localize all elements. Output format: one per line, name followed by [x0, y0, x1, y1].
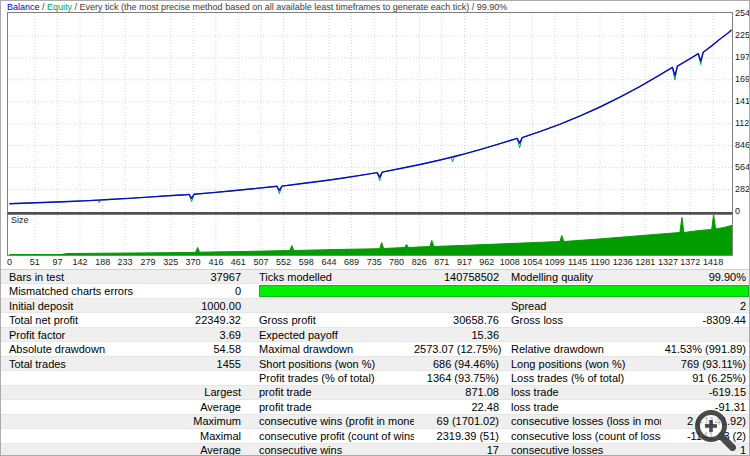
stat-label: Bars in test [1, 271, 166, 283]
stat-value: 1455 [166, 358, 241, 370]
x-axis-tick-label: 1236 [613, 257, 633, 267]
modelling-quality-bar [259, 285, 749, 297]
stat-value: Largest [166, 386, 241, 398]
lot-size-plot [8, 215, 732, 255]
size-axis-label: Size [11, 215, 29, 225]
y-axis-tick-label: 8469 [735, 141, 750, 150]
stat-label: consecutive wins (profit in money) [259, 415, 414, 427]
y-axis-tick-label: 2823 [735, 185, 750, 194]
stat-value: 54.58 [166, 343, 241, 355]
table-row: Averageprofit trade22.48loss trade-91.31 [1, 400, 750, 414]
stat-value: 2573.07 (12.75%) [414, 343, 499, 355]
x-axis-tick-label: 1145 [568, 257, 587, 267]
stat-label: consecutive losses [511, 444, 661, 456]
stat-label: profit trade [259, 401, 414, 413]
x-axis-tick-label: 233 [118, 257, 133, 267]
stat-value: 2 [661, 300, 750, 312]
y-axis-tick-label: 5646 [735, 163, 750, 172]
stat-value: 69 (1701.02) [414, 415, 499, 427]
stat-value: 2319.39 (51) [414, 430, 499, 442]
x-axis-tick-label: 142 [72, 257, 87, 267]
x-axis-tick-label: 689 [344, 257, 359, 267]
x-axis-tick-label: 188 [95, 257, 110, 267]
x-axis-tick-label: 1372 [680, 257, 700, 267]
magnifier-zoom-icon[interactable] [690, 407, 740, 455]
x-axis-tick-label: 735 [367, 257, 382, 267]
x-axis-tick-label: 871 [434, 257, 449, 267]
stat-label: Maximal drawdown [259, 343, 414, 355]
table-row: Averageconsecutive wins17consecutive los… [1, 444, 750, 456]
y-axis-tick-label: 22585 [735, 31, 750, 40]
y-axis-tick-label: 16939 [735, 75, 750, 84]
stat-value: Maximum [166, 415, 241, 427]
stat-value: Average [166, 444, 241, 456]
y-axis-tick-label: 14116 [735, 97, 750, 106]
stat-label: Long positions (won %) [511, 358, 661, 370]
x-axis-tick-label: 416 [208, 257, 223, 267]
table-row: Maximalconsecutive profit (count of wins… [1, 429, 750, 443]
stat-label: profit trade [259, 386, 414, 398]
stat-value: 41.53% (991.89) [661, 343, 750, 355]
x-axis-tick-label: 97 [53, 257, 63, 267]
stat-label: Modelling quality [511, 271, 661, 283]
stat-value: 17 [414, 444, 499, 456]
y-axis-tick-label: 19762 [735, 53, 750, 62]
stats-table: Bars in test37967Ticks modelled140758502… [1, 269, 750, 456]
balance-equity-plot [8, 13, 732, 212]
table-row: Maximumconsecutive wins (profit in money… [1, 415, 750, 429]
x-axis-tick-label: 1190 [590, 257, 609, 267]
equity-legend-label: Equity [47, 2, 72, 12]
stat-label: consecutive profit (count of wins) [259, 430, 414, 442]
stat-value: 1000.00 [166, 300, 241, 312]
stat-label: consecutive losses (loss in money) [511, 415, 661, 427]
x-axis-tick-label: 51 [30, 257, 40, 267]
chart-legend: Balance / Equity / Every tick (the most … [7, 2, 507, 12]
stat-label: Short positions (won %) [259, 358, 414, 370]
stat-label: Spread [511, 300, 661, 312]
x-axis-tick-label: 461 [231, 257, 246, 267]
y-axis-tick-label: 25408 [735, 9, 750, 18]
stat-label: Ticks modelled [259, 271, 414, 283]
x-axis-tick-label: 0 [7, 257, 12, 267]
x-axis-tick-label: 780 [389, 257, 404, 267]
legend-separator: / [40, 2, 48, 12]
lot-size-chart: Size [7, 214, 733, 256]
stat-value: 91 (6.25%) [661, 372, 750, 384]
stat-label: Profit trades (% of total) [259, 372, 414, 384]
legend-separator: / [72, 2, 80, 12]
y-axis-tick-label: 11292 [735, 119, 750, 128]
x-axis-tick-label: 598 [299, 257, 314, 267]
table-row: Bars in test37967Ticks modelled140758502… [1, 270, 750, 284]
stat-value: 99.90% [661, 271, 750, 283]
x-axis-tick-label: 826 [412, 257, 427, 267]
table-row: Absolute drawdown54.58Maximal drawdown25… [1, 342, 750, 356]
stat-value: 22.48 [414, 401, 499, 413]
balance-legend-label: Balance [7, 2, 40, 12]
stat-value: 37967 [166, 271, 241, 283]
y-axis-tick-label: 0 [735, 207, 740, 216]
x-axis-tick-label: 1327 [658, 257, 678, 267]
x-axis-tick-label: 1008 [500, 257, 520, 267]
stat-value: 1364 (93.75%) [414, 372, 499, 384]
stat-value: 871.08 [414, 386, 499, 398]
stat-label: Expected payoff [259, 329, 414, 341]
table-row: Largestprofit trade871.08loss trade-619.… [1, 386, 750, 400]
stat-label: Total trades [1, 358, 166, 370]
stat-value: -8309.44 [661, 314, 750, 326]
table-row: Mismatched charts errors0 [1, 284, 750, 298]
x-axis-tick-label: 1099 [545, 257, 565, 267]
stat-value: 0 [166, 285, 241, 297]
stat-label: loss trade [511, 401, 661, 413]
x-axis-tick-label: 917 [457, 257, 472, 267]
x-axis-tick-label: 962 [479, 257, 494, 267]
x-axis-tick-label: 507 [254, 257, 269, 267]
x-axis-tick-label: 1281 [635, 257, 655, 267]
stat-value: -619.15 [661, 386, 750, 398]
stat-label: Profit factor [1, 329, 166, 341]
stat-value: Maximal [166, 430, 241, 442]
table-row: Initial deposit1000.00Spread2 [1, 299, 750, 313]
x-axis-tick-label: 279 [140, 257, 155, 267]
stat-label: Relative drawdown [511, 343, 661, 355]
x-axis-tick-label: 1418 [703, 257, 723, 267]
x-axis-tick-label: 644 [322, 257, 337, 267]
